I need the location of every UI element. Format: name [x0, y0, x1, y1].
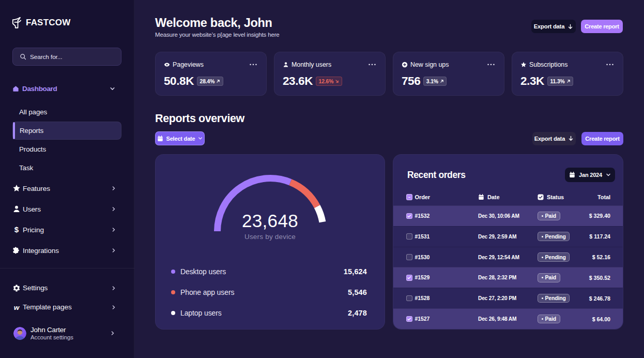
svg-text:$: $ — [14, 226, 19, 234]
sidebar-subitem[interactable]: Reports — [12, 122, 121, 140]
sidebar-item[interactable]: $ Pricing — [12, 219, 122, 240]
sidebar-item[interactable]: Integrations — [12, 240, 122, 261]
row-checkbox[interactable] — [406, 275, 412, 281]
table-row[interactable]: #1527 Dec 26, 9:48 AM Paid $ 64.00 — [393, 308, 623, 329]
stat-card-header: Subscriptions — [520, 61, 614, 68]
chevron-down-icon — [606, 172, 611, 177]
stat-value: 23.6K — [283, 74, 313, 88]
arrow-up-right-icon — [566, 79, 571, 83]
cow-logo-icon — [12, 17, 21, 29]
row-checkbox[interactable] — [406, 254, 412, 260]
gauge-legend: Desktop users 15,624 Phone app users 5,5… — [171, 261, 367, 323]
chevron-down-icon — [110, 86, 115, 92]
select-all-checkbox[interactable] — [406, 194, 412, 200]
create-report-label: Create report — [585, 136, 619, 142]
order-id: #1530 — [415, 255, 430, 260]
row-checkbox[interactable] — [406, 295, 412, 302]
section-title: Reports overview — [155, 112, 244, 125]
recent-orders-card: Recent orders Jan 2024 Order Date — [393, 154, 623, 330]
export-data-label: Export data — [534, 23, 564, 29]
stat-value-row: 23.6K 12.6% — [283, 74, 376, 88]
create-report-button[interactable]: Create report — [581, 20, 623, 33]
search-input[interactable]: Search for... — [12, 48, 121, 66]
table-row[interactable]: #1531 Dec 29, 2:59 AM Pending $ 117.24 — [393, 226, 623, 247]
stat-card-header: New sign ups — [402, 61, 495, 68]
sidebar-subitem[interactable]: All pages — [12, 102, 121, 121]
status-badge: Paid — [538, 273, 560, 282]
arrow-up-right-icon — [216, 79, 220, 83]
date-cell: Dec 26, 9:48 AM — [478, 316, 538, 322]
arrow-down-right-icon — [335, 79, 339, 83]
order-cell: #1527 — [406, 316, 478, 322]
table-row[interactable]: #1530 Dec 29, 12:54 AM Pending $ 52.16 — [393, 247, 623, 267]
stat-card: New sign ups 756 3.1% — [393, 52, 504, 96]
stat-value-row: 50.8K 28.4% — [164, 74, 257, 88]
table-row[interactable]: #1529 Dec 28, 2:32 PM Paid $ 350.52 — [393, 267, 623, 288]
export-data-button[interactable]: Export data — [531, 20, 576, 33]
status-cell: Paid — [538, 315, 581, 324]
stat-delta-value: 11.3% — [550, 79, 564, 84]
period-select-button[interactable]: Jan 2024 — [565, 168, 615, 182]
export-data-button[interactable]: Export data — [532, 132, 576, 145]
row-checkbox[interactable] — [406, 316, 412, 322]
status-cell: Pending — [538, 232, 581, 241]
row-checkbox[interactable] — [406, 233, 412, 240]
status-label: Pending — [545, 234, 566, 240]
row-checkbox[interactable] — [406, 213, 412, 219]
status-label: Pending — [545, 295, 566, 301]
status-badge: Pending — [538, 252, 570, 262]
ellipsis-icon[interactable] — [606, 64, 614, 66]
ellipsis-icon[interactable] — [487, 64, 495, 66]
arrow-up-right-icon — [440, 79, 444, 83]
status-label: Paid — [545, 275, 557, 280]
sidebar-item-label: Dashboard — [22, 85, 57, 93]
sidebar-subitem[interactable]: Products — [12, 140, 121, 158]
sidebar-item-dashboard[interactable]: Dashboard — [12, 82, 121, 95]
legend-item: Phone app users 5,546 — [171, 282, 367, 303]
users-by-device-card: 23,648 Users by device Desktop users 15,… — [155, 154, 385, 330]
order-id: #1528 — [415, 295, 430, 301]
status-badge: Paid — [538, 212, 560, 221]
create-report-button[interactable]: Create report — [581, 132, 623, 145]
chevron-right-icon — [111, 286, 116, 291]
create-report-label: Create report — [585, 23, 619, 29]
puzzle-icon — [12, 246, 21, 255]
arrow-down-icon — [568, 24, 573, 29]
status-cell: Paid — [538, 212, 581, 221]
stat-card: Subscriptions 2.3K 11.3% — [512, 52, 623, 96]
order-cell: #1530 — [406, 254, 478, 260]
stat-card: Pageviews 50.8K 28.4% — [155, 52, 267, 96]
sidebar-subitem[interactable]: Task — [12, 158, 121, 177]
status-dot-icon — [542, 297, 543, 299]
dashboard-app: FASTCOW Search for... Dashboard All page… — [0, 0, 644, 358]
gauge-total-value: 23,648 — [156, 211, 385, 231]
report-cards: 23,648 Users by device Desktop users 15,… — [155, 154, 623, 330]
status-cell: Pending — [538, 252, 581, 262]
status-dot-icon — [542, 215, 543, 217]
select-date-button[interactable]: Select date — [155, 131, 205, 145]
status-dot-icon — [542, 318, 543, 320]
stat-card: Monthly users 23.6K 12.6% — [274, 52, 386, 96]
select-date-label: Select date — [166, 136, 195, 142]
sidebar-item[interactable]: w Template pages — [12, 297, 122, 317]
order-cell: #1529 — [406, 275, 478, 281]
table-row[interactable]: #1532 Dec 30, 10:06 AM Paid $ 329.40 — [393, 205, 623, 226]
stat-label: Pageviews — [173, 61, 204, 68]
stat-delta-badge: 28.4% — [197, 77, 223, 86]
ellipsis-icon[interactable] — [250, 64, 257, 66]
date-cell: Dec 29, 12:54 AM — [478, 255, 538, 260]
column-label-date: Date — [487, 194, 499, 200]
sidebar-item-label: Pricing — [23, 226, 44, 234]
plus-circle-icon — [402, 62, 408, 68]
sidebar-item-label: Features — [23, 185, 50, 192]
sidebar-item[interactable]: Users — [12, 199, 122, 219]
table-row[interactable]: #1528 Dec 27, 2:20 PM Pending $ 246.78 — [393, 288, 623, 308]
date-cell: Dec 28, 2:32 PM — [478, 275, 538, 280]
period-label: Jan 2024 — [579, 172, 602, 178]
account-settings[interactable]: John Carter Account settings — [13, 326, 122, 340]
sidebar-item[interactable]: Settings — [12, 278, 122, 297]
sidebar-item[interactable]: Features — [12, 178, 122, 199]
ellipsis-icon[interactable] — [369, 64, 376, 66]
header-actions: Export data Create report — [531, 20, 623, 33]
sidebar-divider — [0, 268, 134, 268]
